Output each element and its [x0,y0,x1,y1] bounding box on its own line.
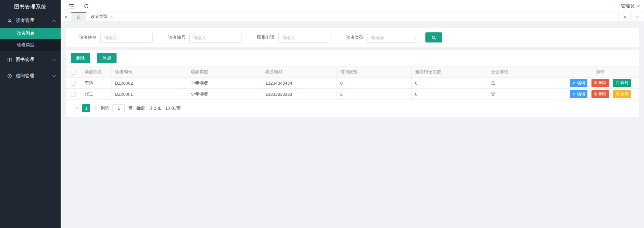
reader-name-input[interactable] [100,33,153,42]
ban-icon [615,92,619,96]
cell-frozen: 是 [487,78,562,89]
search-button[interactable] [425,32,442,42]
edit-button[interactable]: 编辑 [570,79,587,87]
field-label: 联系电话 [257,34,275,40]
next-page-icon[interactable]: > [94,106,97,111]
column-header: 读者类型 [187,66,262,78]
admin-label: 管理员 [621,3,635,9]
readers-table: 读者姓名 读者编号 读者类型 联系电话 借阅次数 逾期归还次数 是否冻结 操作 … [66,66,639,100]
delete-row-button[interactable]: 删除 [591,90,609,98]
sidebar-item-book-management[interactable]: 图书管理 [0,53,61,67]
pencil-icon [572,81,576,85]
sidebar-item-reader-list[interactable]: 读者列表 [0,28,61,39]
field-reader-code: 读者编号 [168,33,242,42]
sidebar-item-label: 借阅管理 [16,73,53,79]
table-card: 删除 添加 读者姓名 读者编号 读者类型 联系电话 借阅次数 逾期归还次数 是否… [66,50,639,117]
table-header-row: 读者姓名 读者编号 读者类型 联系电话 借阅次数 逾期归还次数 是否冻结 操作 [66,66,639,78]
search-icon [431,35,437,40]
admin-dropdown[interactable]: 管理员 [621,3,640,9]
pencil-icon [572,92,576,96]
delete-button[interactable]: 删除 [71,53,90,63]
sidebar-item-label: 读者管理 [16,18,53,24]
reader-code-input[interactable] [189,33,242,42]
page-number-active[interactable]: 1 [82,104,90,112]
table-row: 张三 DZ00001 少年读者 13333333333 5 0 否 编辑 [66,89,639,100]
table-row: 李四 DZ00002 中年读者 13234343434 0 0 是 编辑 [66,78,639,89]
cell-borrow-count: 0 [337,78,412,89]
user-icon [7,18,12,23]
total-count: 共 2 条 [149,106,162,111]
cell-borrow-count: 5 [337,89,412,100]
cell-phone: 13234343434 [262,78,337,89]
chevron-down-icon [53,58,56,61]
column-header: 联系电话 [262,66,337,78]
sidebar: 图书管理系统 读者管理 读者列表 读者类型 图书管理 借阅管理 [0,0,61,228]
book-icon [7,57,12,62]
table-toolbar: 删除 添加 [66,50,639,66]
trash-icon [594,92,597,96]
blacklist-button[interactable]: 拉黑 [613,90,631,98]
refresh-icon [615,81,619,85]
phone-input[interactable] [278,33,330,42]
cell-reader-type: 中年读者 [187,78,262,89]
field-label: 读者编号 [168,34,186,40]
column-header: 读者姓名 [81,66,111,78]
field-reader-name: 读者姓名 [79,33,153,42]
prev-page-icon[interactable]: < [76,106,78,111]
cell-reader-name: 张三 [81,89,111,100]
fold-menu-icon[interactable] [68,3,75,9]
goto-prefix: 到第 [100,106,109,111]
cell-reader-code: DZ00002 [111,78,187,89]
pagination: < 1 > 到第 页 确定 共 2 条 10 条/页 [76,104,639,112]
tab-bar: « 读者类型 × » [61,12,644,21]
home-icon [76,15,81,20]
refresh-icon[interactable] [83,3,90,9]
sidebar-item-borrow-management[interactable]: 借阅管理 [0,69,61,83]
main-content: 读者姓名 读者编号 联系电话 读者类型 删除 添加 [61,21,644,228]
close-icon[interactable]: × [110,15,113,19]
goto-page-input[interactable] [112,104,125,112]
tab-reader-type[interactable]: 读者类型 × [86,12,117,21]
chevron-down-icon [637,4,640,7]
top-bar: 管理员 [61,0,644,12]
tabs-scroll-left-icon[interactable]: « [61,12,71,21]
page-size-dropdown[interactable]: 10 条/页 [165,106,181,111]
cell-phone: 13333333333 [262,89,337,100]
chevron-down-icon [53,74,56,77]
field-label: 读者类型 [346,34,363,40]
cell-frozen: 否 [487,89,562,100]
reader-submenu: 读者列表 读者类型 [0,28,61,51]
delete-row-button[interactable]: 删除 [591,79,609,87]
clock-icon [7,73,12,79]
field-reader-type: 读者类型 [346,33,419,42]
edit-button[interactable]: 编辑 [570,90,587,98]
trash-icon [594,81,597,85]
app-title: 图书管理系统 [0,0,61,13]
add-button[interactable]: 添加 [97,53,117,63]
column-header: 操作 [562,66,639,78]
unfreeze-button[interactable]: 解封 [613,79,631,87]
cell-reader-type: 少年读者 [187,89,262,100]
goto-confirm-button[interactable]: 确定 [136,106,145,111]
column-header: 借阅次数 [337,66,412,78]
search-form: 读者姓名 读者编号 联系电话 读者类型 [66,28,639,47]
sidebar-item-reader-management[interactable]: 读者管理 [0,13,61,28]
tabs-menu-icon[interactable] [631,12,644,21]
sidebar-item-label: 图书管理 [16,57,53,63]
row-checkbox[interactable] [71,81,76,86]
chevron-up-icon [53,20,56,23]
select-all-checkbox[interactable] [71,70,76,75]
column-header: 是否冻结 [487,66,562,78]
sidebar-item-reader-type[interactable]: 读者类型 [0,39,61,51]
goto-suffix: 页 [128,106,133,111]
field-label: 读者姓名 [79,34,97,40]
home-tab[interactable] [71,12,86,21]
cell-overdue-count: 0 [412,89,487,100]
column-header: 读者编号 [111,66,187,78]
cell-overdue-count: 0 [412,78,487,89]
reader-type-select[interactable] [367,33,419,42]
tab-label: 读者类型 [91,14,107,20]
tabs-scroll-right-icon[interactable]: » [618,12,631,21]
column-header: 逾期归还次数 [412,66,487,78]
row-checkbox[interactable] [71,92,76,97]
